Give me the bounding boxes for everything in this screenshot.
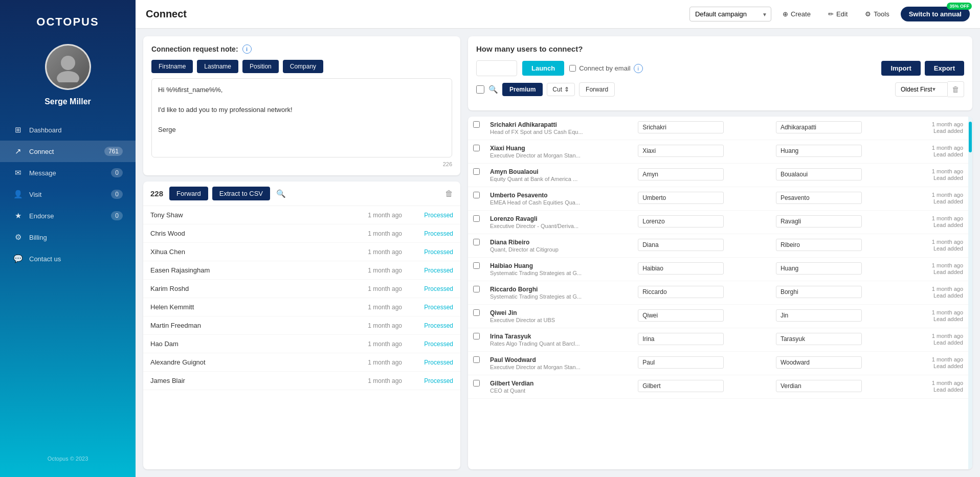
position-tag-button[interactable]: Position: [242, 60, 279, 73]
company-tag-button[interactable]: Company: [283, 60, 323, 73]
select-all-checkbox[interactable]: [476, 85, 484, 94]
list-delete-icon[interactable]: 🗑: [445, 189, 453, 198]
connect-by-email-checkbox[interactable]: [569, 65, 576, 72]
lead-checkbox[interactable]: [473, 192, 480, 198]
table-row[interactable]: Gilbert Verdian CEO at Quant 1 month ago…: [468, 375, 968, 399]
lead-firstname-input[interactable]: [638, 309, 724, 322]
lead-lastname-input[interactable]: [776, 309, 862, 322]
list-item[interactable]: Martin Freedman 1 month ago Processed: [143, 316, 460, 335]
lead-checkbox[interactable]: [473, 286, 480, 292]
vertical-scrollbar[interactable]: [968, 117, 972, 469]
sidebar-item-endorse[interactable]: ★ Endorse 0: [0, 205, 136, 226]
table-row[interactable]: Haibiao Huang Systematic Trading Strateg…: [468, 258, 968, 281]
sort-select[interactable]: Oldest First Newest First Alphabetical: [895, 82, 948, 97]
connect-quantity-input[interactable]: [476, 60, 517, 76]
lead-firstname-input[interactable]: [638, 145, 724, 157]
lead-checkbox[interactable]: [473, 262, 480, 269]
lead-name: Diana Ribeiro: [490, 239, 628, 246]
lead-checkbox[interactable]: [473, 145, 480, 151]
list-item[interactable]: Easen Rajasingham 1 month ago Processed: [143, 261, 460, 280]
lead-firstname-input[interactable]: [638, 333, 724, 345]
export-button[interactable]: Export: [925, 61, 964, 76]
extract-csv-button[interactable]: Extract to CSV: [212, 187, 270, 200]
campaign-select-wrapper[interactable]: Default campaign: [689, 7, 771, 21]
lead-checkbox[interactable]: [473, 168, 480, 175]
lead-lastname-input[interactable]: [776, 145, 862, 157]
sidebar-item-dashboard[interactable]: ⊞ Dashboard: [0, 119, 136, 141]
lead-lastname-input[interactable]: [776, 262, 862, 275]
lead-title: Executive Director at Morgan Stan...: [490, 152, 628, 158]
endorse-icon: ★: [13, 211, 23, 220]
lead-lastname-input[interactable]: [776, 215, 862, 228]
lead-firstname-input[interactable]: [638, 121, 724, 133]
table-row[interactable]: Srichakri Adhikarapatti Head of FX Spot …: [468, 117, 968, 140]
list-item[interactable]: Tony Shaw 1 month ago Processed: [143, 206, 460, 224]
table-row[interactable]: Lorenzo Ravagli Executive Director - Qua…: [468, 211, 968, 234]
table-row[interactable]: Paul Woodward Executive Director at Morg…: [468, 352, 968, 375]
list-item[interactable]: Karim Roshd 1 month ago Processed: [143, 280, 460, 298]
launch-button[interactable]: Launch: [522, 61, 564, 76]
table-search-icon[interactable]: 🔍: [488, 85, 498, 94]
firstname-tag-button[interactable]: Firstname: [151, 60, 193, 73]
lead-checkbox[interactable]: [473, 215, 480, 222]
lead-checkbox[interactable]: [473, 309, 480, 316]
list-row-status: Processed: [424, 285, 453, 292]
list-item[interactable]: Helen Kemmitt 1 month ago Processed: [143, 298, 460, 316]
lead-firstname-input[interactable]: [638, 168, 724, 180]
lead-firstname-input[interactable]: [638, 215, 724, 228]
sidebar-item-message[interactable]: ✉ Message 0: [0, 162, 136, 184]
list-item[interactable]: Xihua Chen 1 month ago Processed: [143, 243, 460, 261]
list-item[interactable]: James Blair 1 month ago Processed: [143, 372, 460, 390]
lastname-tag-button[interactable]: Lastname: [197, 60, 238, 73]
sidebar-item-contact-us[interactable]: 💬 Contact us: [0, 248, 136, 269]
lead-checkbox[interactable]: [473, 333, 480, 339]
lead-lastname-input[interactable]: [776, 286, 862, 298]
switch-annual-button[interactable]: 35% OFF Switch to annual: [901, 7, 970, 21]
lead-checkbox[interactable]: [473, 121, 480, 128]
lead-tag: Lead added: [914, 222, 963, 228]
edit-button[interactable]: ✏ Edit: [822, 7, 854, 21]
import-button[interactable]: Import: [881, 61, 920, 76]
lead-checkbox[interactable]: [473, 239, 480, 245]
lead-lastname-input[interactable]: [776, 333, 862, 345]
list-item[interactable]: Alexandre Guignot 1 month ago Processed: [143, 353, 460, 372]
tools-button[interactable]: ⚙ Tools: [859, 7, 895, 21]
table-row[interactable]: Irina Tarasyuk Rates Algo Trading Quant …: [468, 328, 968, 352]
lead-lastname-input[interactable]: [776, 380, 862, 392]
create-button[interactable]: ⊕ Create: [776, 7, 817, 21]
table-row[interactable]: Umberto Pesavento EMEA Head of Cash Equi…: [468, 187, 968, 211]
lead-lastname-input[interactable]: [776, 356, 862, 369]
lead-firstname-input[interactable]: [638, 192, 724, 204]
table-row[interactable]: Xiaxi Huang Executive Director at Morgan…: [468, 140, 968, 164]
sort-delete-icon[interactable]: 🗑: [948, 81, 964, 97]
forward-filter-button[interactable]: Forward: [579, 82, 615, 97]
lead-firstname-input[interactable]: [638, 286, 724, 298]
lead-checkbox[interactable]: [473, 356, 480, 363]
email-info-icon[interactable]: i: [634, 64, 643, 73]
lead-lastname-input[interactable]: [776, 121, 862, 133]
lead-firstname-input[interactable]: [638, 380, 724, 392]
premium-filter-button[interactable]: Premium: [502, 83, 543, 96]
note-textarea[interactable]: Hi %%first_name%%, I'd like to add you t…: [151, 78, 452, 157]
lead-firstname-input[interactable]: [638, 356, 724, 369]
sidebar-item-billing[interactable]: ⚙ Billing: [0, 226, 136, 248]
campaign-select[interactable]: Default campaign: [689, 7, 771, 21]
info-icon[interactable]: i: [242, 44, 252, 54]
sidebar-item-connect[interactable]: ↗ Connect 761: [0, 141, 136, 162]
sidebar-item-visit[interactable]: 👤 Visit 0: [0, 184, 136, 205]
forward-button[interactable]: Forward: [169, 187, 208, 200]
table-row[interactable]: Qiwei Jin Executive Director at UBS 1 mo…: [468, 305, 968, 328]
table-row[interactable]: Amyn Boualaoui Equity Quant at Bank of A…: [468, 164, 968, 187]
table-row[interactable]: Riccardo Borghi Systematic Trading Strat…: [468, 281, 968, 305]
list-search-icon[interactable]: 🔍: [276, 189, 286, 198]
table-row[interactable]: Diana Ribeiro Quant, Director at Citigro…: [468, 234, 968, 258]
list-item[interactable]: Chris Wood 1 month ago Processed: [143, 224, 460, 243]
lead-firstname-input[interactable]: [638, 239, 724, 251]
lead-lastname-input[interactable]: [776, 239, 862, 251]
lead-lastname-input[interactable]: [776, 192, 862, 204]
cut-button[interactable]: Cut ⇕: [547, 83, 575, 96]
lead-checkbox[interactable]: [473, 380, 480, 387]
list-item[interactable]: Hao Dam 1 month ago Processed: [143, 335, 460, 353]
lead-lastname-input[interactable]: [776, 168, 862, 180]
lead-firstname-input[interactable]: [638, 262, 724, 275]
